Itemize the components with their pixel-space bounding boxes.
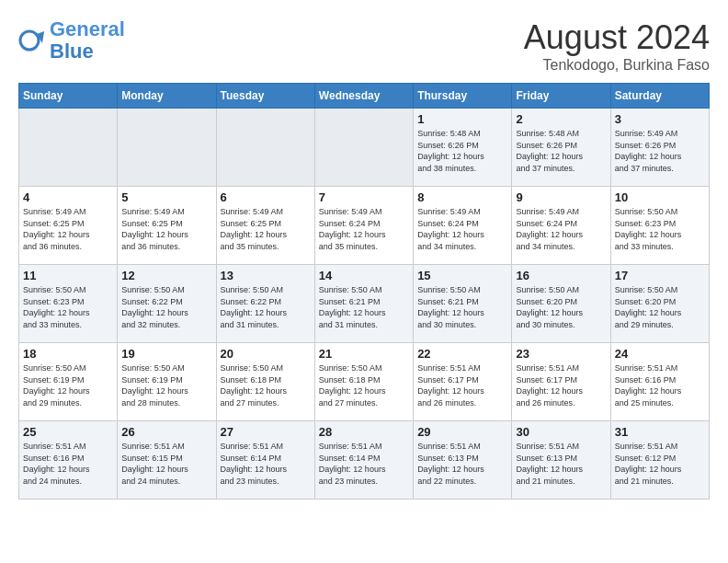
- calendar-cell: 8Sunrise: 5:49 AM Sunset: 6:24 PM Daylig…: [414, 187, 512, 265]
- calendar-cell: 29Sunrise: 5:51 AM Sunset: 6:13 PM Dayli…: [414, 421, 512, 500]
- calendar-cell: 16Sunrise: 5:50 AM Sunset: 6:20 PM Dayli…: [512, 265, 610, 343]
- calendar-cell: 9Sunrise: 5:49 AM Sunset: 6:24 PM Daylig…: [512, 187, 610, 265]
- day-number: 27: [221, 425, 311, 439]
- day-info: Sunrise: 5:50 AM Sunset: 6:22 PM Dayligh…: [121, 284, 211, 330]
- calendar-cell: 17Sunrise: 5:50 AM Sunset: 6:20 PM Dayli…: [610, 265, 709, 343]
- day-number: 9: [516, 190, 606, 204]
- calendar-cell: 26Sunrise: 5:51 AM Sunset: 6:15 PM Dayli…: [118, 421, 216, 500]
- day-number: 28: [319, 425, 409, 439]
- day-info: Sunrise: 5:49 AM Sunset: 6:25 PM Dayligh…: [221, 206, 311, 252]
- weekday-header-thursday: Thursday: [414, 84, 512, 109]
- day-info: Sunrise: 5:51 AM Sunset: 6:17 PM Dayligh…: [516, 362, 606, 408]
- day-info: Sunrise: 5:50 AM Sunset: 6:22 PM Dayligh…: [221, 284, 311, 330]
- calendar-cell: 31Sunrise: 5:51 AM Sunset: 6:12 PM Dayli…: [610, 421, 709, 500]
- weekday-header-wednesday: Wednesday: [314, 84, 413, 109]
- day-number: 14: [319, 269, 409, 282]
- logo: General Blue: [18, 18, 125, 63]
- day-number: 15: [417, 269, 507, 282]
- calendar-cell: 28Sunrise: 5:51 AM Sunset: 6:14 PM Dayli…: [314, 421, 413, 500]
- calendar-cell: 10Sunrise: 5:50 AM Sunset: 6:23 PM Dayli…: [610, 187, 709, 265]
- calendar-cell: [314, 109, 413, 187]
- day-number: 22: [417, 347, 507, 361]
- day-info: Sunrise: 5:51 AM Sunset: 6:16 PM Dayligh…: [615, 362, 705, 408]
- day-number: 18: [23, 347, 113, 361]
- day-number: 31: [615, 425, 705, 439]
- calendar-cell: 21Sunrise: 5:50 AM Sunset: 6:18 PM Dayli…: [314, 343, 413, 421]
- calendar-table: SundayMondayTuesdayWednesdayThursdayFrid…: [18, 83, 710, 500]
- day-info: Sunrise: 5:50 AM Sunset: 6:21 PM Dayligh…: [417, 284, 507, 330]
- day-info: Sunrise: 5:49 AM Sunset: 6:25 PM Dayligh…: [23, 206, 113, 252]
- calendar-title: August 2024: [524, 18, 710, 57]
- calendar-cell: 15Sunrise: 5:50 AM Sunset: 6:21 PM Dayli…: [414, 265, 512, 343]
- calendar-week-row: 25Sunrise: 5:51 AM Sunset: 6:16 PM Dayli…: [19, 421, 710, 500]
- weekday-header-monday: Monday: [118, 84, 216, 109]
- day-info: Sunrise: 5:50 AM Sunset: 6:19 PM Dayligh…: [23, 362, 113, 408]
- day-info: Sunrise: 5:50 AM Sunset: 6:18 PM Dayligh…: [221, 362, 311, 408]
- day-info: Sunrise: 5:50 AM Sunset: 6:19 PM Dayligh…: [121, 362, 211, 408]
- day-info: Sunrise: 5:50 AM Sunset: 6:18 PM Dayligh…: [319, 362, 409, 408]
- day-info: Sunrise: 5:51 AM Sunset: 6:14 PM Dayligh…: [221, 441, 311, 487]
- day-number: 11: [23, 269, 113, 282]
- day-info: Sunrise: 5:50 AM Sunset: 6:21 PM Dayligh…: [319, 284, 409, 330]
- day-number: 6: [221, 190, 311, 204]
- day-number: 13: [221, 269, 311, 282]
- day-number: 30: [516, 425, 606, 439]
- page-header: General Blue August 2024 Tenkodogo, Burk…: [18, 18, 710, 74]
- calendar-cell: 25Sunrise: 5:51 AM Sunset: 6:16 PM Dayli…: [19, 421, 118, 500]
- calendar-cell: 27Sunrise: 5:51 AM Sunset: 6:14 PM Dayli…: [216, 421, 314, 500]
- day-info: Sunrise: 5:50 AM Sunset: 6:23 PM Dayligh…: [615, 206, 705, 252]
- day-number: 29: [417, 425, 507, 439]
- day-info: Sunrise: 5:50 AM Sunset: 6:23 PM Dayligh…: [23, 284, 113, 330]
- day-info: Sunrise: 5:48 AM Sunset: 6:26 PM Dayligh…: [417, 128, 507, 174]
- calendar-cell: [19, 109, 118, 187]
- calendar-cell: 18Sunrise: 5:50 AM Sunset: 6:19 PM Dayli…: [19, 343, 118, 421]
- day-number: 8: [417, 190, 507, 204]
- day-info: Sunrise: 5:48 AM Sunset: 6:26 PM Dayligh…: [516, 128, 606, 174]
- calendar-week-row: 4Sunrise: 5:49 AM Sunset: 6:25 PM Daylig…: [19, 187, 710, 265]
- logo-line1: General: [50, 17, 125, 40]
- calendar-cell: 22Sunrise: 5:51 AM Sunset: 6:17 PM Dayli…: [414, 343, 512, 421]
- day-info: Sunrise: 5:49 AM Sunset: 6:24 PM Dayligh…: [417, 206, 507, 252]
- day-info: Sunrise: 5:51 AM Sunset: 6:12 PM Dayligh…: [615, 441, 705, 487]
- logo-icon: [18, 27, 46, 54]
- day-number: 19: [121, 347, 211, 361]
- calendar-cell: 3Sunrise: 5:49 AM Sunset: 6:26 PM Daylig…: [610, 109, 709, 187]
- day-number: 26: [121, 425, 211, 439]
- day-number: 17: [615, 269, 705, 282]
- day-number: 1: [417, 112, 507, 126]
- calendar-cell: 5Sunrise: 5:49 AM Sunset: 6:25 PM Daylig…: [118, 187, 216, 265]
- day-number: 4: [23, 190, 113, 204]
- calendar-cell: 30Sunrise: 5:51 AM Sunset: 6:13 PM Dayli…: [512, 421, 610, 500]
- day-info: Sunrise: 5:51 AM Sunset: 6:16 PM Dayligh…: [23, 441, 113, 487]
- day-info: Sunrise: 5:51 AM Sunset: 6:13 PM Dayligh…: [417, 441, 507, 487]
- weekday-header-row: SundayMondayTuesdayWednesdayThursdayFrid…: [19, 84, 710, 109]
- calendar-cell: 14Sunrise: 5:50 AM Sunset: 6:21 PM Dayli…: [314, 265, 413, 343]
- calendar-cell: 19Sunrise: 5:50 AM Sunset: 6:19 PM Dayli…: [118, 343, 216, 421]
- calendar-cell: 23Sunrise: 5:51 AM Sunset: 6:17 PM Dayli…: [512, 343, 610, 421]
- calendar-cell: 12Sunrise: 5:50 AM Sunset: 6:22 PM Dayli…: [118, 265, 216, 343]
- calendar-week-row: 1Sunrise: 5:48 AM Sunset: 6:26 PM Daylig…: [19, 109, 710, 187]
- calendar-cell: 24Sunrise: 5:51 AM Sunset: 6:16 PM Dayli…: [610, 343, 709, 421]
- calendar-cell: 11Sunrise: 5:50 AM Sunset: 6:23 PM Dayli…: [19, 265, 118, 343]
- weekday-header-friday: Friday: [512, 84, 610, 109]
- day-number: 3: [615, 112, 705, 126]
- title-block: August 2024 Tenkodogo, Burkina Faso: [524, 18, 710, 74]
- calendar-header: SundayMondayTuesdayWednesdayThursdayFrid…: [19, 84, 710, 109]
- day-info: Sunrise: 5:49 AM Sunset: 6:24 PM Dayligh…: [319, 206, 409, 252]
- calendar-subtitle: Tenkodogo, Burkina Faso: [524, 57, 710, 74]
- day-info: Sunrise: 5:49 AM Sunset: 6:26 PM Dayligh…: [615, 128, 705, 174]
- day-info: Sunrise: 5:51 AM Sunset: 6:15 PM Dayligh…: [121, 441, 211, 487]
- calendar-cell: 7Sunrise: 5:49 AM Sunset: 6:24 PM Daylig…: [314, 187, 413, 265]
- day-info: Sunrise: 5:49 AM Sunset: 6:25 PM Dayligh…: [121, 206, 211, 252]
- day-number: 2: [516, 112, 606, 126]
- weekday-header-sunday: Sunday: [19, 84, 118, 109]
- calendar-week-row: 18Sunrise: 5:50 AM Sunset: 6:19 PM Dayli…: [19, 343, 710, 421]
- day-number: 25: [23, 425, 113, 439]
- day-number: 7: [319, 190, 409, 204]
- day-info: Sunrise: 5:51 AM Sunset: 6:14 PM Dayligh…: [319, 441, 409, 487]
- day-number: 23: [516, 347, 606, 361]
- calendar-cell: 13Sunrise: 5:50 AM Sunset: 6:22 PM Dayli…: [216, 265, 314, 343]
- day-info: Sunrise: 5:50 AM Sunset: 6:20 PM Dayligh…: [516, 284, 606, 330]
- calendar-cell: 20Sunrise: 5:50 AM Sunset: 6:18 PM Dayli…: [216, 343, 314, 421]
- day-number: 5: [121, 190, 211, 204]
